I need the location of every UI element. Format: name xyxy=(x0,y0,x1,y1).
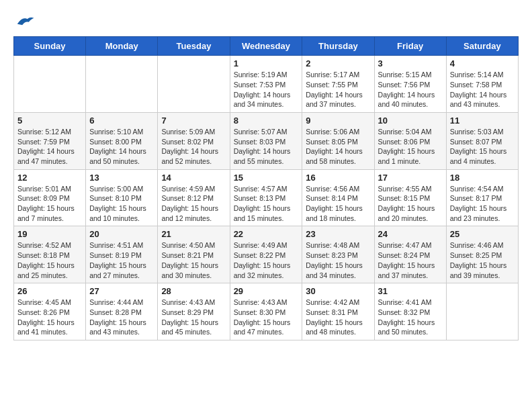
day-number: 1 xyxy=(234,58,299,68)
calendar-cell: 7Sunrise: 5:09 AMSunset: 8:02 PMDaylight… xyxy=(158,112,230,169)
day-number: 2 xyxy=(306,58,370,68)
day-number: 19 xyxy=(17,229,82,239)
day-info: Sunrise: 4:45 AMSunset: 8:26 PMDaylight:… xyxy=(17,298,82,337)
calendar-cell: 31Sunrise: 4:41 AMSunset: 8:32 PMDayligh… xyxy=(374,283,446,340)
weekday-header-saturday: Saturday xyxy=(446,37,518,56)
weekday-header-friday: Friday xyxy=(374,37,446,56)
day-number: 25 xyxy=(450,229,515,239)
day-info: Sunrise: 5:09 AMSunset: 8:02 PMDaylight:… xyxy=(161,127,226,167)
day-info: Sunrise: 4:57 AMSunset: 8:13 PMDaylight:… xyxy=(234,184,299,224)
day-number: 29 xyxy=(234,286,299,296)
day-number: 26 xyxy=(17,286,82,296)
day-info: Sunrise: 4:49 AMSunset: 8:22 PMDaylight:… xyxy=(234,240,299,280)
day-info: Sunrise: 4:48 AMSunset: 8:23 PMDaylight:… xyxy=(306,240,370,280)
day-info: Sunrise: 4:43 AMSunset: 8:29 PMDaylight:… xyxy=(161,298,226,337)
day-info: Sunrise: 5:01 AMSunset: 8:09 PMDaylight:… xyxy=(17,184,82,224)
calendar-cell: 14Sunrise: 4:59 AMSunset: 8:12 PMDayligh… xyxy=(158,169,230,226)
day-number: 12 xyxy=(17,173,82,183)
logo xyxy=(13,13,35,30)
calendar-cell: 2Sunrise: 5:17 AMSunset: 7:55 PMDaylight… xyxy=(302,56,374,113)
day-number: 5 xyxy=(17,116,82,126)
calendar-cell: 29Sunrise: 4:43 AMSunset: 8:30 PMDayligh… xyxy=(230,283,302,340)
day-info: Sunrise: 5:10 AMSunset: 8:00 PMDaylight:… xyxy=(89,127,154,167)
day-number: 30 xyxy=(306,286,370,296)
calendar-cell: 1Sunrise: 5:19 AMSunset: 7:53 PMDaylight… xyxy=(230,56,302,113)
day-number: 27 xyxy=(89,286,154,296)
day-number: 4 xyxy=(450,58,515,68)
day-number: 3 xyxy=(378,58,443,68)
calendar-cell: 6Sunrise: 5:10 AMSunset: 8:00 PMDaylight… xyxy=(86,112,158,169)
day-info: Sunrise: 4:55 AMSunset: 8:15 PMDaylight:… xyxy=(378,184,443,224)
weekday-header-tuesday: Tuesday xyxy=(158,37,230,56)
day-number: 28 xyxy=(161,286,226,296)
day-number: 16 xyxy=(306,173,370,183)
day-info: Sunrise: 5:19 AMSunset: 7:53 PMDaylight:… xyxy=(234,70,299,109)
day-info: Sunrise: 5:12 AMSunset: 7:59 PMDaylight:… xyxy=(17,127,82,167)
day-info: Sunrise: 4:54 AMSunset: 8:17 PMDaylight:… xyxy=(450,184,515,224)
day-info: Sunrise: 5:17 AMSunset: 7:55 PMDaylight:… xyxy=(306,70,370,109)
calendar-week-row: 1Sunrise: 5:19 AMSunset: 7:53 PMDaylight… xyxy=(14,56,519,113)
weekday-header-monday: Monday xyxy=(86,37,158,56)
day-number: 7 xyxy=(161,116,226,126)
day-info: Sunrise: 4:56 AMSunset: 8:14 PMDaylight:… xyxy=(306,184,370,224)
day-info: Sunrise: 5:00 AMSunset: 8:10 PMDaylight:… xyxy=(89,184,154,224)
day-info: Sunrise: 5:06 AMSunset: 8:05 PMDaylight:… xyxy=(306,127,370,167)
day-number: 9 xyxy=(306,116,370,126)
day-number: 14 xyxy=(161,173,226,183)
calendar-cell: 16Sunrise: 4:56 AMSunset: 8:14 PMDayligh… xyxy=(302,169,374,226)
day-number: 6 xyxy=(89,116,154,126)
calendar-cell: 20Sunrise: 4:51 AMSunset: 8:19 PMDayligh… xyxy=(86,226,158,283)
weekday-header-thursday: Thursday xyxy=(302,37,374,56)
day-info: Sunrise: 4:41 AMSunset: 8:32 PMDaylight:… xyxy=(378,298,443,337)
weekday-header-row: SundayMondayTuesdayWednesdayThursdayFrid… xyxy=(14,37,519,56)
day-number: 8 xyxy=(234,116,299,126)
day-number: 20 xyxy=(89,229,154,239)
calendar-cell: 30Sunrise: 4:42 AMSunset: 8:31 PMDayligh… xyxy=(302,283,374,340)
calendar-table: SundayMondayTuesdayWednesdayThursdayFrid… xyxy=(13,36,519,340)
calendar-cell: 17Sunrise: 4:55 AMSunset: 8:15 PMDayligh… xyxy=(374,169,446,226)
day-info: Sunrise: 4:51 AMSunset: 8:19 PMDaylight:… xyxy=(89,240,154,280)
calendar-cell: 27Sunrise: 4:44 AMSunset: 8:28 PMDayligh… xyxy=(86,283,158,340)
calendar-cell xyxy=(158,56,230,113)
calendar-week-row: 12Sunrise: 5:01 AMSunset: 8:09 PMDayligh… xyxy=(14,169,519,226)
calendar-cell: 28Sunrise: 4:43 AMSunset: 8:29 PMDayligh… xyxy=(158,283,230,340)
day-number: 13 xyxy=(89,173,154,183)
day-number: 18 xyxy=(450,173,515,183)
calendar-cell: 3Sunrise: 5:15 AMSunset: 7:56 PMDaylight… xyxy=(374,56,446,113)
calendar-cell: 11Sunrise: 5:03 AMSunset: 8:07 PMDayligh… xyxy=(446,112,518,169)
calendar-cell: 8Sunrise: 5:07 AMSunset: 8:03 PMDaylight… xyxy=(230,112,302,169)
calendar-cell: 10Sunrise: 5:04 AMSunset: 8:06 PMDayligh… xyxy=(374,112,446,169)
weekday-header-wednesday: Wednesday xyxy=(230,37,302,56)
calendar-cell: 23Sunrise: 4:48 AMSunset: 8:23 PMDayligh… xyxy=(302,226,374,283)
day-info: Sunrise: 4:43 AMSunset: 8:30 PMDaylight:… xyxy=(234,298,299,337)
day-info: Sunrise: 5:03 AMSunset: 8:07 PMDaylight:… xyxy=(450,127,515,167)
day-info: Sunrise: 4:59 AMSunset: 8:12 PMDaylight:… xyxy=(161,184,226,224)
day-info: Sunrise: 4:42 AMSunset: 8:31 PMDaylight:… xyxy=(306,298,370,337)
calendar-week-row: 26Sunrise: 4:45 AMSunset: 8:26 PMDayligh… xyxy=(14,283,519,340)
calendar-cell: 13Sunrise: 5:00 AMSunset: 8:10 PMDayligh… xyxy=(86,169,158,226)
calendar-cell: 26Sunrise: 4:45 AMSunset: 8:26 PMDayligh… xyxy=(14,283,86,340)
day-number: 31 xyxy=(378,286,443,296)
day-info: Sunrise: 5:07 AMSunset: 8:03 PMDaylight:… xyxy=(234,127,299,167)
day-info: Sunrise: 4:50 AMSunset: 8:21 PMDaylight:… xyxy=(161,240,226,280)
day-number: 15 xyxy=(234,173,299,183)
day-info: Sunrise: 5:14 AMSunset: 7:58 PMDaylight:… xyxy=(450,70,515,109)
day-number: 22 xyxy=(234,229,299,239)
calendar-cell xyxy=(14,56,86,113)
calendar-cell: 9Sunrise: 5:06 AMSunset: 8:05 PMDaylight… xyxy=(302,112,374,169)
calendar-cell: 12Sunrise: 5:01 AMSunset: 8:09 PMDayligh… xyxy=(14,169,86,226)
logo-bird-icon xyxy=(15,13,35,30)
day-info: Sunrise: 4:47 AMSunset: 8:24 PMDaylight:… xyxy=(378,240,443,280)
day-number: 11 xyxy=(450,116,515,126)
calendar-cell: 18Sunrise: 4:54 AMSunset: 8:17 PMDayligh… xyxy=(446,169,518,226)
day-number: 24 xyxy=(378,229,443,239)
weekday-header-sunday: Sunday xyxy=(14,37,86,56)
day-info: Sunrise: 4:44 AMSunset: 8:28 PMDaylight:… xyxy=(89,298,154,337)
calendar-cell: 22Sunrise: 4:49 AMSunset: 8:22 PMDayligh… xyxy=(230,226,302,283)
calendar-cell: 21Sunrise: 4:50 AMSunset: 8:21 PMDayligh… xyxy=(158,226,230,283)
calendar-week-row: 19Sunrise: 4:52 AMSunset: 8:18 PMDayligh… xyxy=(14,226,519,283)
calendar-cell: 5Sunrise: 5:12 AMSunset: 7:59 PMDaylight… xyxy=(14,112,86,169)
day-number: 21 xyxy=(161,229,226,239)
day-number: 10 xyxy=(378,116,443,126)
day-info: Sunrise: 5:04 AMSunset: 8:06 PMDaylight:… xyxy=(378,127,443,167)
